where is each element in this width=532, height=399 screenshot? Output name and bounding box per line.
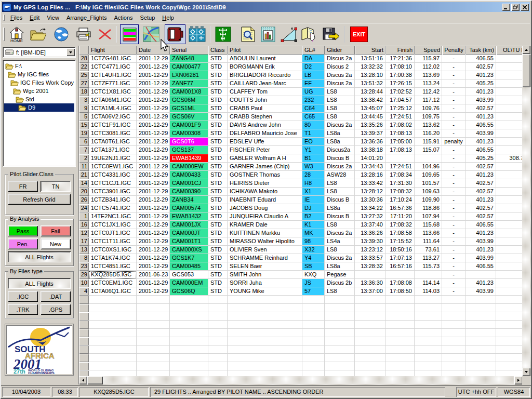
cell-date[interactable]: 2001-12-29 xyxy=(137,154,170,163)
cell-task[interactable]: 401.23 xyxy=(466,138,496,146)
cell-date[interactable]: 2001-12-29 xyxy=(137,71,170,79)
cell-class[interactable] xyxy=(208,370,228,376)
cell-penalty[interactable]: - xyxy=(442,254,466,262)
cell-start[interactable]: 13:38:42 xyxy=(355,96,385,104)
cell-glider[interactable]: Discus 2a xyxy=(325,79,355,88)
cell-task[interactable]: 402.57 xyxy=(466,163,496,171)
cell-flight[interactable]: 1CTC4331.IGC xyxy=(89,171,137,179)
cell-speed[interactable]: 115.91 xyxy=(415,138,442,146)
cell-num[interactable]: 27 xyxy=(79,79,89,88)
cell-finish[interactable]: 17:31:30 xyxy=(385,179,415,188)
cell-serial[interactable]: LXN06281 xyxy=(170,71,208,79)
cell-class[interactable]: STD xyxy=(208,79,228,88)
cell-num[interactable] xyxy=(79,296,89,304)
cell-pilot[interactable] xyxy=(228,345,302,354)
cell-glider[interactable]: Discus 2a xyxy=(325,55,355,63)
cell-task[interactable]: 403.99 xyxy=(466,287,496,296)
fr-button[interactable]: FR xyxy=(8,181,38,192)
cell-penalty[interactable]: - xyxy=(442,212,466,221)
cell-pilot[interactable]: GARNER James (Chip) xyxy=(228,163,302,171)
cell-speed[interactable]: 113.66 xyxy=(415,229,442,237)
cell-num[interactable] xyxy=(79,321,89,329)
cell-speed[interactable]: 109.76 xyxy=(415,104,442,113)
cell-class[interactable]: STD xyxy=(208,271,228,279)
cell-pilot[interactable]: JUNQUEIRA Claudio A xyxy=(228,212,302,221)
cell-num[interactable] xyxy=(79,370,89,376)
cell-penalty[interactable] xyxy=(442,354,466,362)
cell-gl[interactable]: X32 xyxy=(302,246,325,254)
web-button[interactable] xyxy=(54,24,69,45)
cell-start[interactable]: 13:51:32 xyxy=(355,79,385,88)
cell-finish[interactable]: 17:15:52 xyxy=(385,237,415,246)
cell-finish[interactable]: 17:08:08 xyxy=(385,279,415,287)
cell-num[interactable]: 5 xyxy=(79,113,89,121)
cell-date[interactable]: 2001-12-29 xyxy=(137,262,170,271)
trk-filter-button[interactable]: .TRK xyxy=(8,304,38,315)
cell-glider[interactable]: Pegase xyxy=(325,271,355,279)
cell-flight[interactable]: 1CTC0EM1.IGC xyxy=(89,279,137,287)
close-button[interactable] xyxy=(521,4,529,11)
cell-penalty[interactable] xyxy=(442,312,466,321)
cell-pilot[interactable]: CAILLARD Jean-Marc xyxy=(228,79,302,88)
menu-files[interactable]: Files xyxy=(7,14,26,22)
cell-glider[interactable] xyxy=(325,362,355,370)
cell-task[interactable]: 401.23 xyxy=(466,88,496,96)
cell-gl[interactable]: K1 xyxy=(302,221,325,229)
cell-finish[interactable]: 17:05:00 xyxy=(385,138,415,146)
cell-gl[interactable]: T1 xyxy=(302,129,325,138)
cell-penalty[interactable] xyxy=(442,337,466,345)
cell-finish[interactable]: 17:21:36 xyxy=(385,55,415,63)
cell-penalty[interactable]: - xyxy=(442,246,466,254)
cell-num[interactable]: 18 xyxy=(79,88,89,96)
cell-speed[interactable]: 118.86 xyxy=(415,204,442,212)
cell-date[interactable]: 2001-12-29 xyxy=(137,104,170,113)
cell-glider[interactable] xyxy=(325,354,355,362)
cell-date[interactable]: 2001-12-29 xyxy=(137,146,170,154)
cell-num[interactable]: 17 xyxy=(79,237,89,246)
cell-class[interactable]: STD xyxy=(208,121,228,129)
horizontal-scrollbar[interactable] xyxy=(79,376,523,384)
cell-gl[interactable]: LB xyxy=(302,71,325,79)
cell-gl[interactable]: KXQ xyxy=(302,271,325,279)
cell-speed[interactable]: 113.62 xyxy=(415,121,442,129)
column-header-date[interactable]: Date xyxy=(137,46,170,55)
cell-task[interactable] xyxy=(466,296,496,304)
cell-num[interactable]: 15 xyxy=(79,121,89,129)
cell-date[interactable]: 2001-12-29 xyxy=(137,287,170,296)
cell-glider[interactable]: LS8 xyxy=(325,221,355,229)
cell-date[interactable]: 2001-12-29 xyxy=(137,88,170,96)
cell-finish[interactable]: 17:26:15 xyxy=(385,79,415,88)
cell-date[interactable]: 2001-06-23 xyxy=(137,271,170,279)
cell-gl[interactable]: MK xyxy=(302,229,325,237)
cell-finish[interactable]: 17:11:20 xyxy=(385,212,415,221)
cell-finish[interactable]: 17:08:02 xyxy=(385,121,415,129)
cell-date[interactable]: 2001-12-29 xyxy=(137,63,170,71)
cell-pilot[interactable]: CRABB Paul xyxy=(228,104,302,113)
cell-flight[interactable]: 14TE2NC1.IGC xyxy=(89,212,137,221)
cell-flight[interactable]: 1CTC3081.IGC xyxy=(89,129,137,138)
cell-penalty[interactable]: - xyxy=(442,104,466,113)
column-header-flight[interactable]: Flight xyxy=(89,46,137,55)
column-header-class[interactable]: Class xyxy=(208,46,228,55)
cell-penalty[interactable]: - xyxy=(442,55,466,63)
cell-gl[interactable]: C65 xyxy=(302,113,325,121)
cell-task[interactable]: 403.99 xyxy=(466,254,496,262)
cell-penalty[interactable]: - xyxy=(442,88,466,96)
cell-speed[interactable]: 112.02 xyxy=(415,63,442,71)
cell-serial[interactable]: CAM000XS xyxy=(170,246,208,254)
cell-gl[interactable]: H8 xyxy=(302,179,325,188)
cell-num[interactable]: 19 xyxy=(79,129,89,138)
cell-speed[interactable]: 115.68 xyxy=(415,221,442,229)
cell-start[interactable] xyxy=(355,370,385,376)
cell-flight[interactable] xyxy=(89,329,137,337)
cell-finish[interactable] xyxy=(385,312,415,321)
cell-speed[interactable] xyxy=(415,370,442,376)
cell-speed[interactable] xyxy=(415,296,442,304)
cell-task[interactable]: 401.23 xyxy=(466,229,496,237)
cell-task[interactable] xyxy=(466,345,496,354)
cell-pilot[interactable]: MIRASSO Walter Hipolito xyxy=(228,237,302,246)
cell-serial[interactable]: EWAB1432 xyxy=(170,212,208,221)
cell-gl[interactable]: Y4 xyxy=(302,254,325,262)
cell-class[interactable] xyxy=(208,362,228,370)
cell-finish[interactable]: 16:57:36 xyxy=(385,204,415,212)
